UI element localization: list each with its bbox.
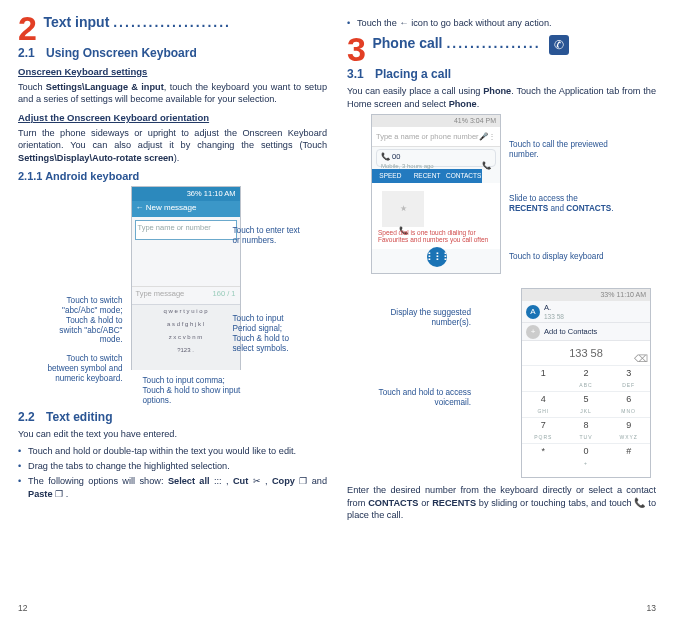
para-orientation: Turn the phone sideways or upright to ad… — [18, 127, 327, 164]
screenshot-phone: 41% 3:04 PM Type a name or phone number🎤… — [371, 114, 501, 274]
mic-icon[interactable]: 🎤 — [479, 132, 488, 141]
dial-key[interactable]: 7PQRS — [522, 417, 565, 443]
screenshot-new-message: 36% 11:10 AM ← New message Type name or … — [131, 186, 241, 370]
screen-title: ← New message — [132, 201, 240, 217]
avatar: A — [526, 305, 540, 319]
recipient-field[interactable]: Type name or number — [135, 220, 237, 240]
page-12: 2 Text input .................... 2.1 Us… — [0, 0, 337, 617]
text-editing-list: Touch and hold or double-tap within the … — [18, 445, 327, 501]
phone-tabs[interactable]: SPEED DIAL RECENT CONTACTS — [372, 169, 482, 183]
dial-key[interactable]: 3DEF — [607, 365, 650, 391]
section-number: 3 — [347, 35, 366, 63]
list-item: Drag the tabs to change the highlighted … — [18, 460, 327, 472]
heading-3-1: 3.1 Placing a call — [347, 67, 656, 81]
dial-key[interactable]: 8TUV — [565, 417, 608, 443]
callout-abc-mode: Touch to switch "abc/Abc" mode; Touch & … — [43, 296, 123, 345]
list-item-back: Touch the ← icon to go back without any … — [347, 17, 656, 29]
speed-dial-body: ★📞 Speed dial is one touch dialing for F… — [372, 183, 500, 249]
page-number: 13 — [647, 603, 656, 613]
section-header-3: 3 Phone call ................ ✆ — [347, 35, 656, 63]
status-bar: 33% 11:10 AM — [522, 289, 650, 301]
dial-key[interactable]: * — [522, 443, 565, 469]
para-placing-call: You can easily place a call using Phone.… — [347, 85, 656, 110]
page-number: 12 — [18, 603, 27, 613]
dial-key[interactable]: 9WXYZ — [607, 417, 650, 443]
para-text-editing: You can edit the text you have entered. — [18, 428, 327, 440]
section-header-2: 2 Text input .................... — [18, 14, 327, 42]
section-title: Text input .................... — [43, 14, 231, 30]
para-enter-number: Enter the desired number from the keyboa… — [347, 484, 656, 521]
heading-2-1: 2.1 Using Onscreen Keyboard — [18, 46, 327, 60]
dial-key[interactable]: 4GHI — [522, 391, 565, 417]
callout-suggested-number: Display the suggested number(s). — [371, 308, 471, 328]
callout-call-previewed: Touch to call the previewed number. — [509, 140, 609, 160]
subheading-orientation: Adjust the Onscreen Keyboard orientation — [18, 112, 327, 123]
tab-speed-dial[interactable]: SPEED DIAL — [372, 169, 409, 183]
message-field[interactable]: 160 / 1 Type message — [132, 286, 240, 304]
dial-key[interactable]: # — [607, 443, 650, 469]
callout-enter-text: Touch to enter text or numbers. — [233, 226, 303, 246]
heading-text: Placing a call — [375, 67, 451, 81]
heading-text: Android keyboard — [45, 170, 139, 182]
onscreen-keyboard[interactable]: q w e r t y u i o p a s d f g h j k l z … — [132, 304, 240, 370]
callout-symbol-numeric: Touch to switch between symbol and numer… — [43, 354, 123, 384]
person-add-icon: + — [526, 325, 540, 339]
heading-number: 2.1.1 — [18, 170, 42, 182]
figure-phone-app: 41% 3:04 PM Type a name or phone number🎤… — [371, 114, 651, 284]
callout-comma: Touch to input comma; Touch & hold to sh… — [143, 376, 253, 406]
status-bar: 41% 3:04 PM — [372, 115, 500, 127]
heading-number: 2.1 — [18, 46, 35, 60]
heading-2-2: 2.2 Text editing — [18, 410, 327, 424]
page-13: Touch the ← icon to go back without any … — [337, 0, 674, 617]
figure-android-keyboard: 36% 11:10 AM ← New message Type name or … — [43, 186, 303, 406]
heading-text: Text editing — [46, 410, 112, 424]
dial-key[interactable]: 6MNO — [607, 391, 650, 417]
backspace-icon[interactable]: ⌫ — [634, 347, 646, 359]
callout-slide-recents: Slide to access the RECENTS and CONTACTS… — [509, 194, 619, 214]
callout-display-keyboard: Touch to display keyboard — [509, 252, 609, 262]
callout-voicemail: Touch and hold to access voicemail. — [371, 388, 471, 408]
heading-2-1-1: 2.1.1 Android keyboard — [18, 170, 327, 182]
dial-key[interactable]: 2ABC — [565, 365, 608, 391]
call-icon[interactable]: 📞 — [381, 152, 390, 161]
dial-key[interactable]: 1 — [522, 365, 565, 391]
heading-number: 2.2 — [18, 410, 35, 424]
heading-number: 3.1 — [347, 67, 364, 81]
status-bar: 36% 11:10 AM — [132, 187, 240, 201]
section-title: Phone call ................ — [372, 35, 544, 51]
list-item: The following options will show: Select … — [18, 475, 327, 500]
phone-icon: ✆ — [549, 35, 569, 55]
list-item: Touch and hold or double-tap within the … — [18, 445, 327, 457]
call-icon[interactable]: 📞 — [482, 161, 491, 170]
tab-contacts[interactable]: CONTACTS — [445, 169, 482, 183]
callout-period: Touch to input Period signal; Touch & ho… — [233, 314, 303, 353]
figure-dialer: Display the suggested number(s). Touch a… — [371, 288, 651, 478]
tab-recent[interactable]: RECENT — [409, 169, 446, 183]
para-settings-language: Touch Settings\Language & input, touch t… — [18, 81, 327, 106]
section-number: 2 — [18, 14, 37, 42]
screenshot-dialer: 33% 11:10 AM A A. 133 58 + Add to Contac… — [521, 288, 651, 478]
heading-text: Using Onscreen Keyboard — [46, 46, 197, 60]
dialed-number: 133 58 ⌫ — [522, 341, 650, 365]
subheading-keyboard-settings: Onscreen Keyboard settings — [18, 66, 327, 77]
search-field[interactable]: Type a name or phone number🎤⋮ — [372, 127, 500, 147]
add-to-contacts[interactable]: + Add to Contacts — [522, 323, 650, 341]
suggested-contact[interactable]: A A. 133 58 — [522, 301, 650, 323]
dial-key[interactable]: 5JKL — [565, 391, 608, 417]
suggested-number[interactable]: 📞 00 Mobile, 3 hours ago 📞 — [376, 149, 496, 167]
dial-key[interactable]: 0+ — [565, 443, 608, 469]
dial-pad[interactable]: 12ABC3DEF4GHI5JKL6MNO7PQRS8TUV9WXYZ*0+# — [522, 365, 650, 471]
dialpad-button[interactable]: ⠇⠇⠇ — [427, 247, 447, 267]
